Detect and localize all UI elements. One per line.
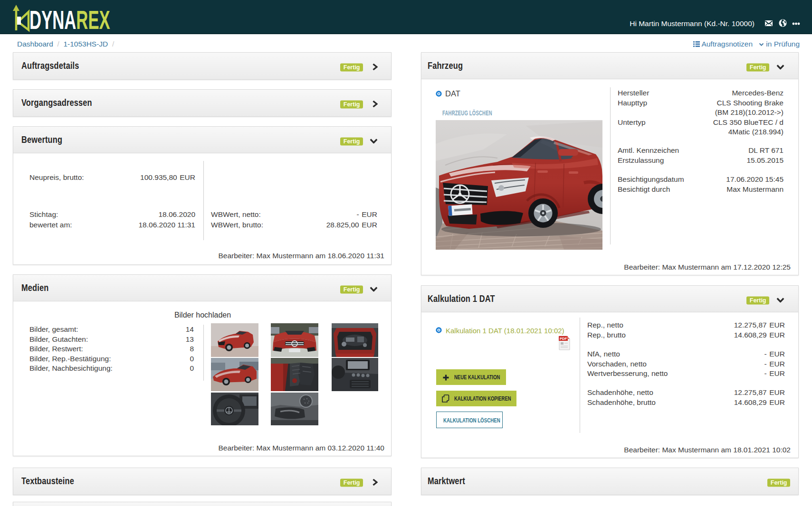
- svg-text:PDF: PDF: [560, 337, 567, 341]
- svg-text:DYNAREX: DYNAREX: [29, 5, 110, 32]
